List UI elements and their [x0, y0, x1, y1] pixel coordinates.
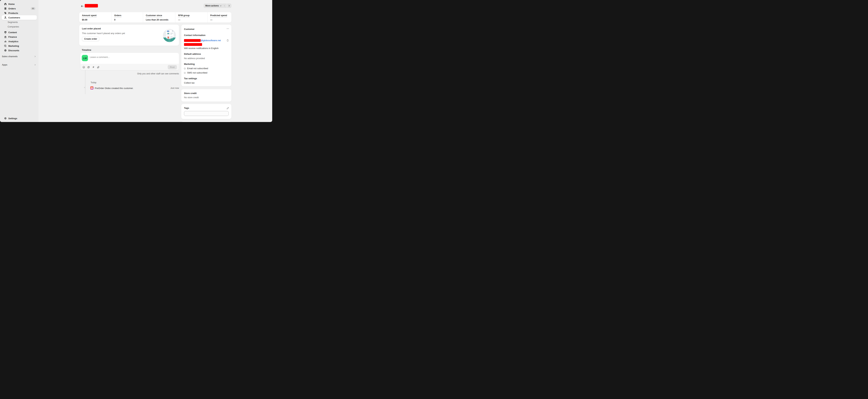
chevron-right-icon — [34, 64, 36, 66]
sidebar-item-label: Discounts — [8, 49, 19, 52]
post-button[interactable]: Post — [168, 65, 177, 69]
mention-icon[interactable]: @ — [87, 66, 90, 69]
phone-redaction — [184, 43, 202, 46]
status-circle-icon — [184, 68, 186, 69]
status-circle-icon — [184, 72, 186, 74]
stat-value: — — [210, 19, 231, 21]
previous-customer-button[interactable] — [222, 3, 227, 8]
customer-card: Customer Contact information @globosoftw… — [181, 25, 231, 86]
stat-label[interactable]: Amount spent — [82, 14, 96, 18]
customer-pagination — [222, 3, 231, 8]
stat-label[interactable]: Orders — [114, 14, 121, 18]
tax-settings-heading: Tax settings — [184, 77, 229, 80]
kebab-menu-icon[interactable] — [226, 27, 230, 31]
sales-channels-label: Sales channels — [2, 55, 18, 58]
sidebar-item-analytics[interactable]: Analytics — [2, 39, 37, 44]
apps-label: Apps — [2, 64, 7, 66]
stat-value: 0 — [114, 19, 143, 21]
chevron-right-icon — [228, 5, 230, 7]
create-order-button[interactable]: Create order — [82, 37, 99, 41]
sidebar-item-orders[interactable]: Orders 85 — [2, 6, 37, 11]
sidebar-item-label: Orders — [8, 7, 16, 10]
sidebar-item-marketing[interactable]: Marketing — [2, 44, 37, 48]
customer-email-row: @globosoftware.net — [184, 39, 229, 42]
chevron-down-icon — [220, 5, 222, 7]
emoji-icon[interactable] — [82, 66, 85, 69]
sidebar-item-home[interactable]: Home — [2, 2, 37, 6]
contact-information-heading: Contact information — [184, 34, 229, 37]
customer-email-link[interactable]: @globosoftware.net — [201, 39, 221, 42]
stat-predicted-spend: Predicted spend — — [207, 12, 231, 23]
last-order-body: This customer hasn’t placed any orders y… — [82, 32, 176, 35]
sidebar-item-label: Products — [8, 12, 18, 15]
last-order-title: Last order placed — [82, 27, 176, 30]
attachment-icon[interactable] — [97, 66, 100, 69]
stat-label[interactable]: Customer since — [146, 14, 162, 18]
sidebar-item-label: Home — [8, 3, 14, 5]
sidebar-section-apps[interactable]: Apps — [0, 62, 38, 67]
finance-icon — [4, 35, 7, 38]
sidebar-nav: Home Orders 85 Products Customers — [0, 2, 38, 53]
app-window: Home Orders 85 Products Customers — [0, 0, 272, 122]
main-content: More actions — [38, 0, 272, 122]
customers-icon — [4, 16, 7, 19]
back-button[interactable] — [80, 4, 84, 8]
stat-value: $0.00 — [82, 19, 111, 21]
hashtag-icon[interactable]: # — [92, 66, 95, 69]
notifications-note: Will receive notifications in English — [184, 47, 229, 50]
last-order-card: Last order placed This customer hasn’t p… — [79, 25, 179, 46]
content-icon — [4, 31, 7, 34]
sidebar-item-products[interactable]: Products — [2, 11, 37, 15]
tags-title: Tags — [184, 107, 229, 110]
more-actions-button[interactable]: More actions — [204, 3, 223, 8]
partial-next-card — [181, 121, 231, 122]
stat-customer-since: Customer since Less than 20 seconds — [143, 12, 175, 23]
back-arrow-icon — [81, 5, 84, 8]
edit-tags-icon[interactable] — [226, 106, 229, 110]
sidebar-item-content[interactable]: Content — [2, 30, 37, 35]
marketing-icon — [4, 45, 7, 47]
timeline-visibility-note: Only you and other staff can see comment… — [81, 73, 179, 75]
sidebar-item-discounts[interactable]: Discounts — [2, 48, 37, 53]
customer-card-title: Customer — [184, 28, 229, 31]
orders-count-badge: 85 — [31, 7, 35, 10]
timeline-event-dot — [84, 87, 85, 88]
sidebar-item-segments[interactable]: Segments — [2, 20, 37, 24]
sidebar-item-label: Marketing — [8, 45, 19, 47]
stat-label[interactable]: Predicted spend — [210, 14, 227, 18]
sidebar-item-label: Analytics — [8, 40, 19, 43]
sidebar-item-settings[interactable]: Settings — [2, 116, 37, 121]
stat-label[interactable]: RFM group — [178, 14, 190, 18]
timeline-heading: Timeline — [82, 49, 91, 51]
store-credit-card: Store credit No store credit — [181, 89, 231, 102]
default-address-value: No address provided — [184, 57, 229, 60]
gear-icon — [4, 117, 7, 120]
comment-composer: LM @ # Post — [81, 53, 179, 70]
comment-input[interactable] — [90, 55, 177, 59]
sidebar-item-customers[interactable]: Customers — [2, 15, 37, 20]
sidebar-item-finance[interactable]: Finance — [2, 35, 37, 39]
discounts-icon — [4, 49, 7, 52]
avatar: LM — [82, 55, 88, 61]
nav-divider-gap — [0, 29, 38, 30]
analytics-icon — [4, 40, 7, 43]
sidebar-item-label: Segments — [8, 21, 18, 24]
copy-email-icon[interactable] — [226, 38, 229, 42]
next-customer-button[interactable] — [227, 3, 231, 8]
tags-card: Tags — [181, 104, 231, 119]
settings-label: Settings — [8, 117, 17, 120]
status-label: Email not subscribed — [187, 67, 208, 70]
tags-input[interactable] — [184, 111, 229, 116]
sidebar-section-sales-channels[interactable]: Sales channels — [0, 54, 38, 59]
empty-orders-illustration — [162, 28, 177, 42]
sidebar-item-label: Companies — [8, 25, 19, 28]
store-credit-value: No store credit — [184, 96, 229, 99]
tax-settings-value: Collect tax — [184, 82, 229, 84]
sidebar-item-label: Content — [8, 31, 17, 34]
sidebar-item-companies[interactable]: Companies — [2, 24, 37, 29]
orders-icon — [4, 7, 7, 10]
marketing-heading: Marketing — [184, 63, 229, 65]
preorder-globo-app-icon — [90, 86, 93, 89]
more-actions-label: More actions — [205, 4, 219, 7]
products-icon — [4, 12, 7, 15]
